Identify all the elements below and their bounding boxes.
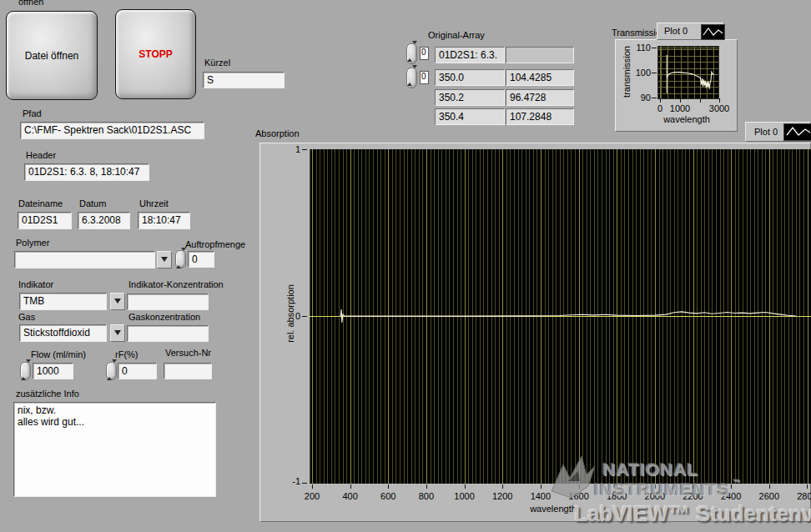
kuerzel-label: Kürzel [204,58,230,68]
watermark-tm: ™ [733,478,740,486]
transmission-y-axis-label: transmission [622,40,632,103]
x-tick-label: 2800 [797,491,811,501]
uhrzeit-input[interactable]: 18:10:47 [138,212,190,229]
transmission-trace [657,46,718,98]
indikator-label: Indikator [18,279,53,289]
array-cell[interactable]: 107.2848 [506,108,574,125]
tick-mark [660,98,661,103]
tick-mark [465,484,466,489]
indikator-dropdown-button[interactable] [110,293,125,310]
tick-mark [652,98,657,98]
array-cell[interactable]: 350.2 [435,89,505,106]
kuerzel-input[interactable]: S [203,72,285,88]
absorption-graph-title: Absorption [255,128,300,138]
open-label: öffnen [18,0,43,7]
auftropfmenge-input[interactable]: 0 [188,251,214,268]
indikator-select[interactable]: TMB [19,293,107,310]
dropdown-arrow-icon [114,330,121,339]
decrement-icon [112,359,117,379]
auftropfmenge-spinner[interactable] [175,250,186,269]
dropdown-arrow-icon [114,299,121,307]
rf-input[interactable]: 0 [118,363,157,379]
gas-dropdown-button[interactable] [110,324,125,342]
y-tick-label: 90 [631,93,651,103]
tick-mark [502,484,503,489]
array-row-index-spinner[interactable] [406,43,417,64]
decrement-icon [412,41,417,61]
array-cell[interactable]: 104.4285 [506,69,574,86]
dropdown-arrow-icon [161,257,168,265]
tick-mark [426,484,427,489]
x-tick-label: 2600 [759,491,779,501]
polymer-dropdown-button[interactable] [157,251,172,269]
stop-button[interactable]: STOPP [115,9,196,99]
array-col-index[interactable]: 0 [420,71,429,84]
x-tick-label: 200 [305,491,320,501]
rf-spinner[interactable] [106,362,117,380]
x-tick-label: 0 [657,103,662,113]
legend-plot-label: Plot 0 [754,127,778,137]
flow-spinner[interactable] [20,362,31,380]
uhrzeit-label: Uhrzeit [139,198,169,208]
array-cell[interactable]: 01D2S1: 6.3. [435,47,505,63]
array-cell[interactable]: 96.4728 [506,89,574,106]
y-tick-label: -1 [280,476,300,486]
tick-mark [807,484,808,489]
array-cell[interactable]: 350.0 [435,69,505,86]
legend-line-icon[interactable] [701,24,725,40]
indikator-konzentration-input[interactable] [127,294,209,310]
tick-mark [700,98,701,103]
versuch-nr-input[interactable] [164,363,212,379]
labview-front-panel: { "colors":{"stop_text":"#dd0000","plot_… [0,0,811,532]
x-tick-label: 1200 [492,491,512,501]
header-label: Header [26,150,56,160]
pfad-input[interactable]: C:\FMF- Spektren Sack\01D2S1.ASC [20,122,204,139]
auftropfmenge-label: Auftropfmenge [185,239,245,249]
tick-mark [680,98,681,103]
polymer-select[interactable] [14,251,155,269]
tick-mark [719,98,720,103]
y-tick-label: 1 [280,144,300,154]
x-tick-label: 600 [380,491,395,501]
tick-mark [350,484,351,489]
array-cell[interactable]: 350.4 [435,108,505,125]
header-input[interactable]: 01D2S1: 6.3. 8, 18:10:47 [24,163,149,181]
x-tick-label: 1000 [454,491,474,501]
dateiname-label: Dateiname [18,198,63,208]
zusaetzliche-info-textarea[interactable]: nix, bzw. alles wird gut... [13,402,216,497]
tick-mark [769,484,770,489]
zusaetzliche-info-label: zusätzliche Info [16,389,79,399]
tick-mark [652,73,657,73]
tick-mark [302,316,307,317]
array-col-index-spinner[interactable] [406,68,417,88]
watermark-national: NATIONAL [602,459,698,479]
decrement-icon [412,65,417,85]
x-tick-label: 800 [419,491,434,501]
decrement-icon [26,359,31,379]
gaskonzentration-input[interactable] [127,325,209,342]
legend-line-icon[interactable] [783,123,811,141]
array-row-index[interactable]: 0 [420,47,429,60]
tick-mark [388,484,389,489]
flow-input[interactable]: 1000 [33,363,73,379]
tick-mark [652,48,657,48]
x-tick-label: 400 [342,491,357,501]
dateiname-input[interactable]: 01D2S1 [18,212,72,229]
transmission-x-axis-label: wavelength [663,114,710,124]
gas-select[interactable]: Stickstoffdioxid [19,324,107,342]
y-tick-label: 100 [631,68,651,78]
gaskonzentration-label: Gaskonzentration [128,312,200,322]
tick-mark [731,484,732,489]
tick-mark [302,483,307,484]
decrement-icon [181,248,186,268]
datum-input[interactable]: 6.3.2008 [78,212,130,229]
polymer-label: Polymer [16,238,49,248]
array-cell[interactable] [506,47,574,63]
gas-label: Gas [18,312,35,322]
national-instruments-eagle-icon [547,453,598,501]
versuch-nr-label: Versuch-Nr [165,348,211,358]
datum-label: Datum [79,198,106,208]
x-tick-label: 1000 [670,103,690,113]
open-file-button[interactable]: Datei öffnen [6,11,98,100]
watermark-labview-studentenversion: LabVIEW™ Studentenversion [574,501,811,527]
